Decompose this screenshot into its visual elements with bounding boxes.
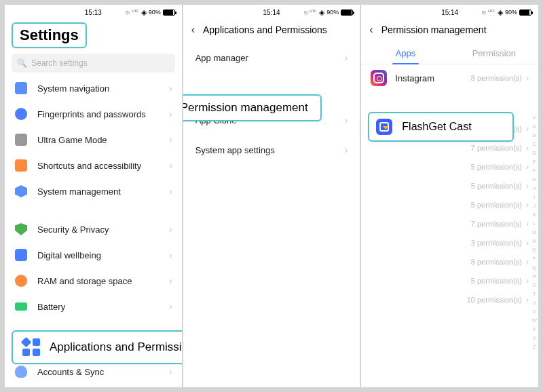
page-title: Applications and Permissions bbox=[203, 24, 327, 35]
app-row-hidden[interactable]: 10 permission(s)› bbox=[361, 292, 538, 311]
flashget-highlight[interactable]: FlashGet Cast bbox=[368, 112, 514, 142]
status-bar: 15:14 ⦸ ᵁᵀᴱ ◈ 90% bbox=[361, 5, 538, 20]
apps-perm-row[interactable]: App manager› bbox=[183, 43, 360, 73]
chevron-right-icon: › bbox=[345, 115, 348, 125]
permission-management-screen: 15:14 ⦸ ᵁᵀᴱ ◈ 90% ‹ Permission managemen… bbox=[361, 5, 538, 387]
alpha-W[interactable]: W bbox=[531, 316, 537, 325]
settings-row[interactable]: Shortcuts and accessibility› bbox=[5, 153, 182, 178]
settings-row[interactable]: Security & Privacy› bbox=[5, 216, 182, 242]
battery-icon bbox=[519, 9, 531, 16]
alpha-Q[interactable]: Q bbox=[531, 263, 537, 272]
chevron-right-icon: › bbox=[169, 83, 172, 94]
settings-title-highlight: Settings bbox=[12, 22, 87, 48]
clock: 15:14 bbox=[441, 9, 458, 16]
back-button[interactable]: ‹ bbox=[369, 24, 373, 36]
chevron-right-icon: › bbox=[169, 134, 172, 145]
alpha-T[interactable]: T bbox=[531, 290, 537, 298]
alpha-H[interactable]: H bbox=[531, 184, 537, 193]
row-label: Fingerprints and passwords bbox=[37, 109, 146, 119]
row-label: System app settings bbox=[195, 145, 275, 155]
chevron-right-icon: › bbox=[526, 143, 529, 153]
app-row-hidden[interactable]: 8 permission(s)› bbox=[361, 254, 538, 273]
battery-pct: 90% bbox=[326, 9, 339, 16]
alpha-Z[interactable]: Z bbox=[531, 342, 537, 351]
chevron-right-icon: › bbox=[526, 295, 529, 305]
chevron-right-icon: › bbox=[345, 144, 348, 155]
status-icons: ⦸ ᵁᵀᴱ bbox=[304, 9, 318, 16]
clock: 15:14 bbox=[263, 9, 280, 16]
settings-list: System navigation›Fingerprints and passw… bbox=[5, 73, 182, 204]
alpha-J[interactable]: J bbox=[531, 201, 537, 210]
alpha-index[interactable]: #ABCDEFGHIJKLMNOPQRSTUVWXYZ bbox=[531, 113, 537, 380]
status-icons: ⦸ ᵁᵀᴱ bbox=[126, 9, 139, 16]
permission-count: 7 permission(s) bbox=[471, 144, 522, 152]
alpha-A[interactable]: A bbox=[531, 122, 537, 131]
settings-row[interactable]: System navigation› bbox=[5, 75, 182, 101]
alpha-X[interactable]: X bbox=[531, 325, 537, 334]
alpha-K[interactable]: K bbox=[531, 210, 537, 219]
alpha-D[interactable]: D bbox=[531, 149, 537, 157]
chevron-right-icon: › bbox=[526, 238, 529, 248]
app-row-hidden[interactable]: 7 permission(s)› bbox=[361, 216, 538, 235]
permission-management-label: Permission management bbox=[183, 101, 308, 114]
app-row-hidden[interactable]: 7 permission(s)› bbox=[361, 140, 538, 159]
alpha-F[interactable]: F bbox=[531, 166, 537, 175]
settings-row[interactable]: Fingerprints and passwords› bbox=[5, 101, 182, 127]
app-row-instagram[interactable]: Instagram 8 permission(s) › bbox=[361, 64, 538, 92]
instagram-icon bbox=[371, 70, 387, 86]
header: ‹ Applications and Permissions bbox=[183, 20, 360, 43]
batt-icon bbox=[15, 302, 27, 311]
tab-apps[interactable]: Apps bbox=[361, 43, 449, 64]
chevron-right-icon: › bbox=[526, 73, 529, 83]
alpha-U[interactable]: U bbox=[531, 298, 537, 307]
alpha-V[interactable]: V bbox=[531, 307, 537, 316]
apps-permissions-label: Applications and Permissions bbox=[50, 340, 182, 354]
alpha-I[interactable]: I bbox=[531, 193, 537, 201]
alpha-M[interactable]: M bbox=[531, 228, 537, 237]
settings-list-2: Security & Privacy›Digital wellbeing›RAM… bbox=[5, 214, 182, 319]
search-input[interactable]: 🔍 Search settings bbox=[12, 54, 175, 73]
alpha-P[interactable]: P bbox=[531, 254, 537, 263]
status-bar: 15:13 ⦸ ᵁᵀᴱ ◈ 90% bbox=[5, 5, 182, 20]
alpha-G[interactable]: G bbox=[531, 175, 537, 184]
chevron-right-icon: › bbox=[345, 52, 348, 63]
settings-row[interactable]: Ultra Game Mode› bbox=[5, 127, 182, 153]
alpha-E[interactable]: E bbox=[531, 157, 537, 166]
alpha-#[interactable]: # bbox=[531, 113, 537, 122]
settings-row[interactable]: RAM and storage space› bbox=[5, 268, 182, 294]
alpha-Y[interactable]: Y bbox=[531, 334, 537, 342]
status-icons: ⦸ ᵁᵀᴱ bbox=[482, 9, 495, 16]
chevron-right-icon: › bbox=[526, 257, 529, 267]
app-row-hidden[interactable]: 5 permission(s)› bbox=[361, 178, 538, 197]
apps-permissions-highlight[interactable]: Applications and Permissions bbox=[12, 330, 182, 364]
chevron-right-icon: › bbox=[169, 109, 172, 119]
chevron-right-icon: › bbox=[526, 276, 529, 286]
alpha-B[interactable]: B bbox=[531, 131, 537, 140]
app-row-hidden[interactable]: 5 permission(s)› bbox=[361, 273, 538, 292]
permission-count: 8 permission(s) bbox=[471, 74, 522, 82]
alpha-S[interactable]: S bbox=[531, 281, 537, 290]
settings-row[interactable]: Digital wellbeing› bbox=[5, 242, 182, 268]
alpha-N[interactable]: N bbox=[531, 237, 537, 246]
app-row-hidden[interactable]: 5 permission(s)› bbox=[361, 159, 538, 178]
alpha-L[interactable]: L bbox=[531, 219, 537, 228]
back-button[interactable]: ‹ bbox=[191, 24, 195, 36]
settings-row[interactable]: System management› bbox=[5, 178, 182, 204]
app-row-hidden[interactable]: 3 permission(s)› bbox=[361, 235, 538, 254]
alpha-O[interactable]: O bbox=[531, 246, 537, 254]
battery-icon bbox=[341, 9, 353, 16]
row-label: Security & Privacy bbox=[37, 224, 109, 235]
settings-screen: 15:13 ⦸ ᵁᵀᴱ ◈ 90% Settings 🔍 Search sett… bbox=[5, 5, 182, 387]
tab-permission[interactable]: Permission bbox=[450, 43, 538, 64]
apps-perm-row[interactable]: System app settings› bbox=[183, 135, 360, 165]
wifi-icon: ◈ bbox=[498, 8, 503, 17]
permission-management-highlight[interactable]: Permission management bbox=[183, 94, 322, 121]
nav-icon bbox=[15, 82, 27, 94]
app-row-hidden[interactable]: 5 permission(s)› bbox=[361, 197, 538, 216]
alpha-R[interactable]: R bbox=[531, 272, 537, 281]
alpha-C[interactable]: C bbox=[531, 140, 537, 149]
settings-row[interactable]: Battery› bbox=[5, 294, 182, 319]
flashget-icon bbox=[376, 119, 392, 135]
page-title: Permission management bbox=[381, 24, 487, 35]
chevron-right-icon: › bbox=[169, 160, 172, 171]
